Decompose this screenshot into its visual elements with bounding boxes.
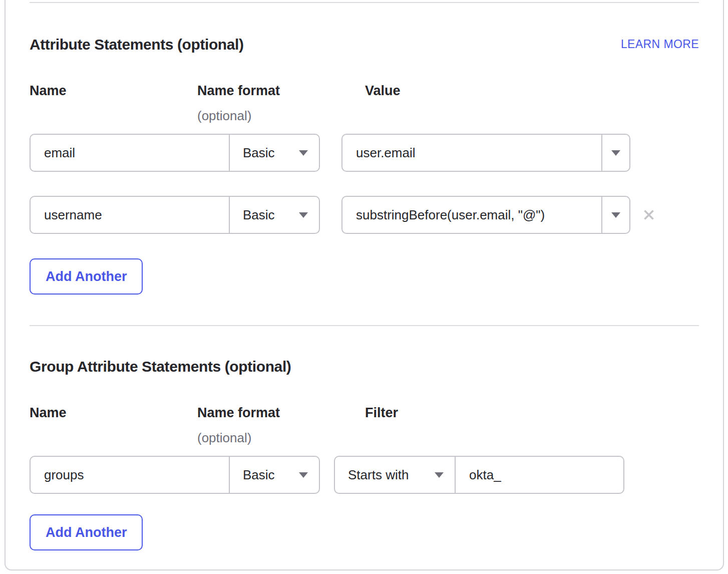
column-name-format: Name format (optional) [197, 405, 365, 446]
name-and-format-group: Basic [30, 456, 320, 494]
filter-value-field [455, 457, 623, 493]
add-group-attribute-statement-button[interactable]: Add Another [30, 514, 143, 550]
chevron-down-icon [611, 212, 620, 218]
learn-more-link[interactable]: LEARN MORE [621, 38, 699, 51]
value-combobox-group [341, 134, 630, 172]
name-and-format-group: Basic [30, 134, 320, 172]
group-name-field [31, 457, 229, 493]
attribute-value-input[interactable] [342, 135, 601, 171]
name-format-select[interactable]: Basic [229, 135, 319, 171]
column-value: Value [365, 83, 401, 124]
attribute-statements-title: Attribute Statements (optional) [30, 36, 244, 53]
group-attribute-statements-header: Group Attribute Statements (optional) [30, 358, 699, 375]
value-dropdown-button[interactable] [601, 197, 629, 233]
column-name-format: Name format (optional) [197, 83, 365, 124]
group-attribute-statements-title: Group Attribute Statements (optional) [30, 358, 291, 375]
attribute-name-input[interactable] [31, 135, 229, 171]
name-format-selected-value: Basic [243, 467, 275, 483]
name-format-selected-value: Basic [243, 145, 275, 161]
column-name: Name [30, 83, 197, 124]
chevron-down-icon [299, 212, 308, 218]
close-icon [641, 207, 656, 222]
column-name-format-note: (optional) [197, 430, 365, 446]
group-name-input[interactable] [31, 457, 229, 493]
chevron-down-icon [299, 472, 308, 478]
top-section-divider [30, 2, 699, 3]
attribute-value-field [342, 197, 601, 233]
attribute-name-field [31, 135, 229, 171]
group-attribute-statement-row: Basic Starts with [30, 456, 699, 494]
settings-card: Attribute Statements (optional) LEARN MO… [5, 0, 724, 570]
value-combobox-group [341, 196, 630, 234]
section-divider [30, 325, 699, 326]
attribute-value-field [342, 135, 601, 171]
name-format-select[interactable]: Basic [229, 457, 319, 493]
filter-value-input[interactable] [456, 457, 623, 493]
column-name-format-note: (optional) [197, 108, 365, 124]
attribute-statement-row: Basic [30, 134, 699, 172]
attribute-name-input[interactable] [31, 197, 229, 233]
add-attribute-statement-button[interactable]: Add Another [30, 258, 143, 295]
attribute-name-field [31, 197, 229, 233]
name-format-selected-value: Basic [243, 207, 275, 223]
chevron-down-icon [299, 150, 308, 156]
name-and-format-group: Basic [30, 196, 320, 234]
remove-row-button[interactable] [640, 206, 657, 223]
attribute-statement-row: Basic [30, 196, 699, 234]
filter-type-selected-value: Starts with [348, 467, 409, 483]
group-attribute-columns: Name Name format (optional) Filter [30, 405, 699, 446]
chevron-down-icon [611, 150, 620, 156]
value-dropdown-button[interactable] [601, 135, 629, 171]
filter-type-select[interactable]: Starts with [335, 457, 455, 493]
chevron-down-icon [435, 472, 444, 478]
attribute-statements-header: Attribute Statements (optional) LEARN MO… [30, 36, 699, 53]
column-filter: Filter [365, 405, 398, 446]
column-name: Name [30, 405, 197, 446]
name-format-select[interactable]: Basic [229, 197, 319, 233]
attribute-value-input[interactable] [342, 197, 601, 233]
attribute-columns: Name Name format (optional) Value [30, 83, 699, 124]
filter-group: Starts with [334, 456, 624, 494]
